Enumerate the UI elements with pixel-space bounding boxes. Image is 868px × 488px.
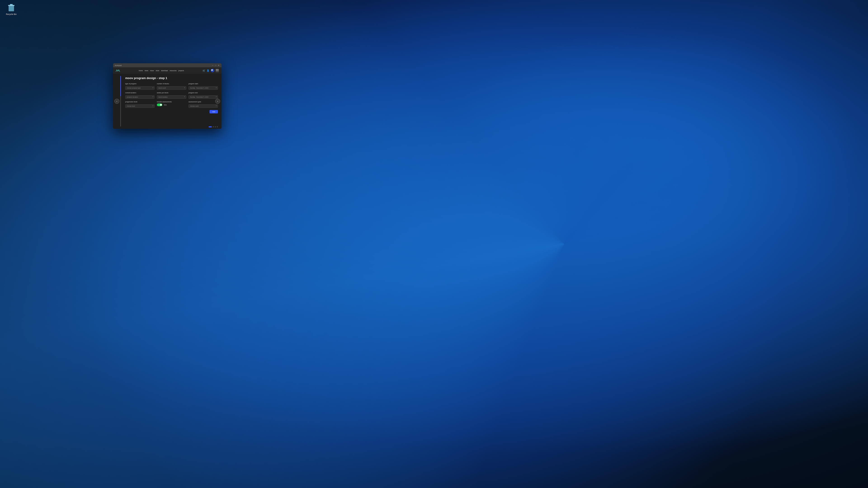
browser-window: Notepad home news moov store download <box>113 63 221 129</box>
select-program-start[interactable]: Sunday · November 5, 2023 <box>188 86 218 90</box>
form-group-blocks: number of blocks: block count <box>157 83 186 90</box>
label-assessment-cycle: assessment cycle: <box>188 101 218 103</box>
progress-track <box>120 76 121 127</box>
form-group-weeks: weeks per block: block duration <box>157 92 186 99</box>
nav-link-projects[interactable]: projects <box>178 70 184 71</box>
select-wrapper-start: Sunday · November 5, 2023 <box>188 86 218 90</box>
select-program-end[interactable]: Sunday · November 5, 2023 <box>188 95 218 99</box>
page-title: moov program design - step 1 <box>125 76 218 80</box>
svg-rect-1 <box>8 5 14 6</box>
select-weeks-per-block[interactable]: block duration <box>157 95 186 99</box>
label-overall-duration: overall duration: <box>125 92 155 94</box>
toggle-yes-label: YES <box>164 104 166 106</box>
label-weeks-per-block: weeks per block: <box>157 92 186 94</box>
select-number-of-blocks[interactable]: block count <box>157 86 186 90</box>
nav-actions: 🛒 👤 <box>203 69 219 72</box>
form-grid: type of program: choose program type num… <box>125 83 218 108</box>
select-wrapper-progression: choose level <box>125 103 155 108</box>
form-group-start: program start: Sunday · November 5, 2023 <box>188 83 218 90</box>
progress-dot-1 <box>209 126 212 127</box>
form-group-type: type of program: choose program type <box>125 83 155 90</box>
toggle-thumb <box>160 104 162 106</box>
form-group-assessments: include assessments: YES <box>157 101 186 108</box>
progress-dot-4 <box>217 126 218 127</box>
form-footer: next <box>125 110 218 113</box>
select-wrapper-type: choose program type <box>125 86 155 90</box>
app-content: home news moov store download resources … <box>113 67 221 129</box>
select-wrapper-cycle: choose cycle <box>188 103 218 108</box>
label-include-assessments: include assessments: <box>157 101 186 103</box>
nav-bar: home news moov store download resources … <box>113 67 221 74</box>
bottom-progress <box>209 126 218 127</box>
form-group-progression: progression level: choose level <box>125 101 155 108</box>
select-assessment-cycle[interactable]: choose cycle <box>188 104 218 108</box>
nav-link-store[interactable]: store <box>156 70 159 71</box>
select-wrapper-end: Sunday · November 5, 2023 <box>188 94 218 99</box>
main-content: ‹ moov program design - step 1 type of p… <box>113 74 221 129</box>
menu-line-3 <box>216 72 219 72</box>
form-group-end: program end: Sunday · November 5, 2023 <box>188 92 218 99</box>
menu-button[interactable] <box>216 69 219 72</box>
label-number-of-blocks: number of blocks: <box>157 83 186 85</box>
form-area: moov program design - step 1 type of pro… <box>122 74 221 129</box>
recycle-bin-label: Recycle Bin <box>6 13 17 15</box>
next-nav-button[interactable]: › <box>215 99 220 104</box>
form-group-cycle: assessment cycle: choose cycle <box>188 101 218 108</box>
menu-line-2 <box>216 70 219 71</box>
nav-links: home news moov store download resources … <box>123 70 200 71</box>
progress-dot-3 <box>215 126 216 127</box>
menu-line-1 <box>216 69 219 70</box>
select-overall-duration[interactable]: program duration <box>125 95 155 99</box>
window-controls <box>212 64 220 66</box>
label-type-of-program: type of program: <box>125 83 155 85</box>
browser-titlebar: Notepad <box>113 63 221 67</box>
avatar-dot <box>211 69 213 71</box>
recycle-bin-icon[interactable]: Recycle Bin <box>2 2 20 17</box>
close-button[interactable] <box>217 64 220 66</box>
nav-link-news[interactable]: news <box>145 70 148 71</box>
next-button[interactable]: next <box>210 110 218 113</box>
progress-dot-2 <box>213 126 214 127</box>
select-type-of-program[interactable]: choose program type <box>125 86 155 90</box>
label-program-end: program end: <box>188 92 218 94</box>
nav-link-resources[interactable]: resources <box>170 70 177 71</box>
recycle-bin-image <box>7 3 16 12</box>
select-progression-level[interactable]: choose level <box>125 104 155 108</box>
select-wrapper-blocks: block count <box>157 86 186 90</box>
label-program-start: program start: <box>188 83 218 85</box>
label-progression-level: progression level: <box>125 101 155 103</box>
maximize-button[interactable] <box>215 64 217 66</box>
form-group-duration: overall duration: program duration <box>125 92 155 99</box>
user-icon[interactable]: 👤 <box>207 69 209 72</box>
select-wrapper-duration: program duration <box>125 94 155 99</box>
cart-icon[interactable]: 🛒 <box>203 69 205 72</box>
nav-link-home[interactable]: home <box>139 70 143 71</box>
nav-link-moov[interactable]: moov <box>150 70 154 71</box>
user-avatar[interactable] <box>211 69 214 72</box>
progress-fill <box>120 76 121 96</box>
assessments-toggle[interactable] <box>157 103 162 106</box>
nav-link-download[interactable]: download <box>161 70 168 71</box>
nav-logo <box>116 69 120 72</box>
minimize-button[interactable] <box>212 64 214 66</box>
toggle-wrapper-assessments: YES <box>157 103 186 106</box>
select-wrapper-weeks: block duration <box>157 94 186 99</box>
titlebar-text: Notepad <box>115 64 211 66</box>
svg-rect-2 <box>10 4 13 5</box>
prev-button[interactable]: ‹ <box>114 99 119 104</box>
